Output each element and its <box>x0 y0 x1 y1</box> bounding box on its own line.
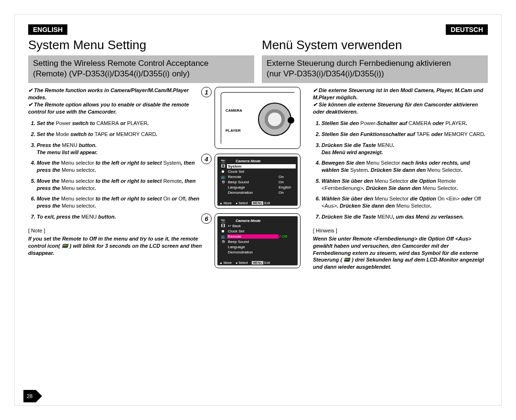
step-badge-6: 6 <box>201 213 212 224</box>
intro-de-1: Die externe Steuerung ist in den Modi Ca… <box>313 87 488 101</box>
intro-en: The Remote function works in Camera/Play… <box>28 87 205 115</box>
english-body: The Remote function works in Camera/Play… <box>28 87 205 271</box>
manual-page: ENGLISH System Menu Setting Setting the … <box>14 14 502 406</box>
diagram-1-wrap: 1 CAMERA PLAYER <box>215 87 301 149</box>
step-en-7: To exit, press the MENU button. <box>37 213 205 220</box>
german-body: Die externe Steuerung ist in den Modi Ca… <box>310 87 488 271</box>
step-de-7: Drücken Sie die Taste MENU, um das Menü … <box>322 213 488 220</box>
step-en-5: Move the Menu selector to the left or ri… <box>37 178 205 192</box>
subtitle-en-l1: Setting the Wireless Remote Control Acce… <box>33 58 249 69</box>
camera-icon: 📷 <box>219 159 227 163</box>
subtitle-de-l2: (nur VP-D353(i)/D354(i)/D355(i)) <box>267 69 483 79</box>
tv-icon: 📺 <box>219 234 227 239</box>
menu4-title: Camera Mode <box>236 159 260 163</box>
power-dial-icon <box>258 103 291 136</box>
step-en-2: Set the Mode switch to TAPE or MEMORY CA… <box>37 131 205 138</box>
intro-en-2: The Remote option allows you to enable o… <box>28 101 205 116</box>
note-body-de: Wenn Sie unter Remote <Fernbedienung> di… <box>313 235 488 271</box>
rec-icon: ⏺ <box>219 169 227 174</box>
step-en-6: Move the Menu selector to the left or ri… <box>37 195 205 210</box>
menu-screen-4: 📷Camera Mode 🎞System ⏺Clock Set 📺RemoteO… <box>215 154 301 209</box>
steps-de: Stellen Sie den Power-Schalter auf CAMER… <box>322 120 488 220</box>
title-de: Menü System verwenden <box>262 38 488 52</box>
step-de-3: Drücken Sie die Taste MENU.Das Menü wird… <box>322 142 488 156</box>
intro-de-2: Sie können die externe Steuerung für den… <box>313 101 488 116</box>
lang-badge-en: ENGLISH <box>28 24 67 35</box>
film-icon: 🎞 <box>219 164 227 168</box>
step-de-5: Wählen Sie über den Menu Selector die Op… <box>322 178 488 192</box>
note-label-en: [ Note ] <box>28 227 205 234</box>
menu6-back: ↩ Back <box>227 224 296 228</box>
subtitle-de-l1: Externe Steuerung durch Fernbedienung ak… <box>267 58 483 69</box>
steps-en: Set the Power switch to CAMERA or PLAYER… <box>37 120 205 220</box>
title-en: System Menu Setting <box>28 38 254 52</box>
step-en-3: Press the MENU button.The menu list will… <box>37 142 205 156</box>
diagrams: 1 CAMERA PLAYER 4 📷Camera Mode 🎞System ⏺… <box>210 87 305 271</box>
intro-en-1: The Remote function works in Camera/Play… <box>28 87 205 101</box>
menu6-footer: ▲ Move ● Select MENU Exit <box>219 261 296 264</box>
player-label: PLAYER <box>226 128 241 133</box>
menu-screen-6: 📷Camera Mode 🎞↩ Back ⏺Clock Set 📺Remote✓… <box>215 213 301 268</box>
note-label-de: [ Hinweis ] <box>313 227 488 234</box>
col-en: ENGLISH System Menu Setting Setting the … <box>28 24 254 83</box>
menu-screen-4-inner: 📷Camera Mode 🎞System ⏺Clock Set 📺RemoteO… <box>217 157 298 206</box>
rec-icon: ⏺ <box>219 229 227 233</box>
subtitle-en-l2: (Remote) (VP-D353(i)/D354(i)/D355(i) onl… <box>33 69 249 79</box>
menu-screen-6-inner: 📷Camera Mode 🎞↩ Back ⏺Clock Set 📺Remote✓… <box>217 216 298 265</box>
step-de-2: Stellen Sie den Funktionsschalter auf TA… <box>322 131 488 138</box>
menu4-footer: ▲ Move ● Select MENU Exit <box>219 201 296 205</box>
step-badge-1: 1 <box>201 87 212 97</box>
step-de-6: Wählen Sie über den Menu Selector die Op… <box>322 195 488 210</box>
menu4-system: System <box>227 164 296 168</box>
page-number: 28 <box>23 390 36 402</box>
camera-icon: 📷 <box>219 219 227 223</box>
diagram-4-wrap: 4 📷Camera Mode 🎞System ⏺Clock Set 📺Remot… <box>215 154 301 209</box>
camera-dial-diagram: CAMERA PLAYER <box>215 87 301 149</box>
menu6-remote-row: Remote <box>227 234 279 239</box>
subtitle-en: Setting the Wireless Remote Control Acce… <box>28 55 254 83</box>
step-en-4: Move the Menu selector to the left or ri… <box>37 159 205 174</box>
subtitle-de: Externe Steuerung durch Fernbedienung ak… <box>262 55 488 83</box>
camera-label: CAMERA <box>226 108 242 113</box>
body-row: The Remote function works in Camera/Play… <box>28 87 488 271</box>
col-de: DEUTSCH Menü System verwenden Externe St… <box>262 24 488 83</box>
step-de-1: Stellen Sie den Power-Schalter auf CAMER… <box>322 120 488 127</box>
header-row: ENGLISH System Menu Setting Setting the … <box>28 24 488 83</box>
intro-de: Die externe Steuerung ist in den Modi Ca… <box>313 87 488 115</box>
step-badge-4: 4 <box>201 154 212 164</box>
tv-icon: 📺 <box>219 175 227 179</box>
diagram-6-wrap: 6 📷Camera Mode 🎞↩ Back ⏺Clock Set 📺Remot… <box>215 213 301 268</box>
gear-icon: ⚙ <box>219 180 227 184</box>
step-en-1: Set the Power switch to CAMERA or PLAYER… <box>37 120 205 127</box>
lang-badge-de: DEUTSCH <box>446 24 488 35</box>
note-body-en: If you set the Remote to Off in the menu… <box>28 235 205 257</box>
step-de-4: Bewegen Sie den Menu Selector nach links… <box>322 159 488 174</box>
gear-icon: ⚙ <box>219 240 227 244</box>
film-icon: 🎞 <box>219 224 227 228</box>
menu6-title: Camera Mode <box>236 219 260 223</box>
